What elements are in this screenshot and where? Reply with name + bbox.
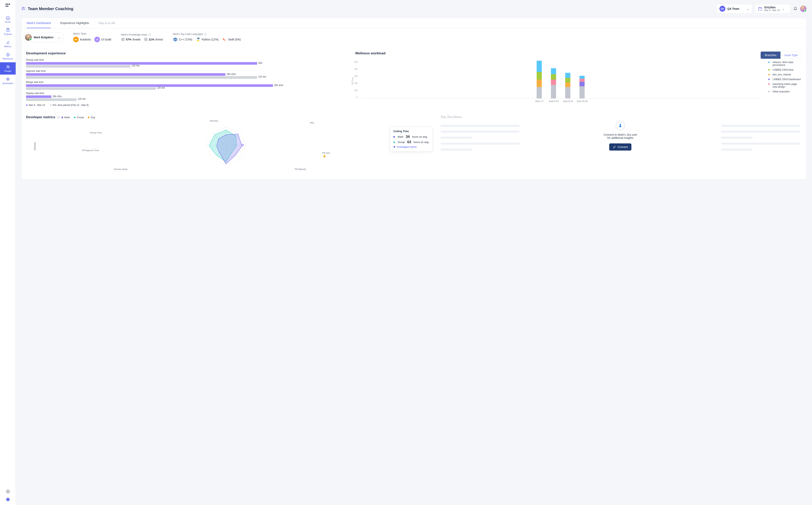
card-title: Top Jira Items xyxy=(441,115,462,119)
tab-dashboard[interactable]: Mark's Dashboard xyxy=(27,18,51,28)
developer-metrics-card: Developer metrics i MarkGroupOrg Reviewe… xyxy=(22,111,431,175)
view-toggle: Branches Issue Type xyxy=(761,51,802,59)
calendar-icon xyxy=(758,7,762,11)
radar-chart xyxy=(198,121,254,169)
stacked-bar: June 1-7 xyxy=(537,61,542,99)
svg-point-6 xyxy=(8,66,9,67)
python-icon xyxy=(196,37,201,42)
cursor-icon: ☝ xyxy=(323,154,326,158)
chevron-down-icon: ⌄ xyxy=(747,7,749,11)
team-badge-icon: UI xyxy=(94,37,100,42)
automation-icon xyxy=(6,77,10,81)
chart-legend: refactor: fetch data persistanceLINBEE-2… xyxy=(768,61,802,99)
coaching-icon xyxy=(21,7,26,11)
cpp-icon: C++ xyxy=(173,37,178,42)
nav-label: Automation xyxy=(2,82,13,85)
nav-label: Home xyxy=(5,21,11,23)
top-languages: Mark's Top Code Languagesi C++C++ (72%) … xyxy=(173,33,241,42)
metric-tooltip: Coding Time Mark34hours on avg. Group63h… xyxy=(390,127,433,151)
chevron-down-icon: ⌄ xyxy=(782,7,784,11)
nav-label: Projects xyxy=(4,33,12,35)
connect-button[interactable]: Connect xyxy=(609,143,631,151)
team-name: QA Team xyxy=(727,7,745,10)
card-title: Wellness workload xyxy=(355,51,385,55)
team-selector[interactable]: QA QA Team ⌄ xyxy=(717,4,752,13)
range-title: Grizzlies xyxy=(764,6,780,9)
placeholder-skeleton xyxy=(435,111,806,175)
nav-projects[interactable]: Projects xyxy=(0,25,16,38)
chevron-down-icon: ⌄ xyxy=(58,35,60,39)
bar-row: Approve wait time 26h 43m 12h 4m xyxy=(26,69,342,79)
date-range-selector[interactable]: Grizzlies Mar 9 - Mar 23 ⌄ xyxy=(755,4,791,13)
toggle-branches[interactable]: Branches xyxy=(761,51,780,59)
svg-point-7 xyxy=(7,78,9,80)
team-badge-icon: AU xyxy=(73,37,79,42)
stacked-bar: June 8-14 xyxy=(565,73,570,99)
toggle-issue-type[interactable]: Issue Type xyxy=(781,51,802,59)
svg-text:C++: C++ xyxy=(174,39,177,41)
page-header: Team Member Coaching QA QA Team ⌄ Grizzl… xyxy=(21,4,806,13)
member-teams: Mark's Team AUAutobots UIUI Guild xyxy=(73,32,111,42)
card-title: Developer metrics xyxy=(26,115,55,119)
user-avatar[interactable] xyxy=(800,6,806,12)
database-icon xyxy=(121,38,125,41)
chart-legend: Mar 9 - Mar 23 Pre. time period (Feb 22 … xyxy=(26,104,342,107)
lightbulb-icon: ✺ xyxy=(393,145,395,148)
people-icon xyxy=(6,65,10,69)
notifications-button[interactable] xyxy=(793,6,797,11)
svg-point-3 xyxy=(9,54,10,55)
investigate-link[interactable]: ✺Investigate metric xyxy=(393,145,429,148)
sidebar: Home Projects Metrics Resources People A… xyxy=(0,0,16,183)
jira-card: Top Jira Items Connect to Mark's Jira us… xyxy=(435,111,806,175)
swift-icon xyxy=(222,37,227,42)
app-logo xyxy=(6,4,10,7)
nav-automation[interactable]: Automation xyxy=(0,74,16,87)
tabs: Mark's Dashboard Experience Highlights D… xyxy=(22,18,806,28)
stacked-bar-chart: June 1-7June 8-14June 8-14June 15-22 xyxy=(361,61,760,99)
knowledge-areas: Mark's Knowledge Areasi 57%linweb 21%lin… xyxy=(121,33,163,41)
tab-day-in-life: Day in a Life xyxy=(98,18,115,28)
page-title: Team Member Coaching xyxy=(21,7,714,11)
wellness-card: Wellness workload Branches Issue Type PR… xyxy=(351,47,806,111)
svg-point-4 xyxy=(8,56,8,56)
database-icon xyxy=(144,38,148,41)
nav-label: Metrics xyxy=(4,45,11,48)
dev-experience-card: Development experience Pickup wait time … xyxy=(22,47,347,111)
bar-row: Merge wait time 26h 43m 12h 4m xyxy=(26,81,342,90)
resources-icon xyxy=(6,52,10,57)
plug-icon xyxy=(613,145,616,149)
chart-icon xyxy=(6,40,10,44)
svg-point-13 xyxy=(145,38,147,39)
member-name: Mark Bulgakov xyxy=(34,36,56,39)
nav-metrics[interactable]: Metrics xyxy=(0,38,16,50)
svg-rect-11 xyxy=(759,8,762,10)
jira-icon xyxy=(615,121,625,130)
axis-group-label: Reviewer xyxy=(34,142,36,150)
svg-point-12 xyxy=(122,38,124,39)
info-icon[interactable]: i xyxy=(204,33,207,35)
info-icon[interactable]: i xyxy=(57,116,59,119)
nav-resources[interactable]: Resources xyxy=(0,50,16,62)
range-dates: Mar 9 - Mar 23 xyxy=(764,9,780,12)
info-icon[interactable]: i xyxy=(149,33,151,36)
svg-point-5 xyxy=(7,66,8,67)
bar-row: Deploy wait time 26h 43m 12h 4m xyxy=(26,92,342,101)
member-avatar xyxy=(25,34,32,41)
nav-label: People xyxy=(4,70,11,72)
member-selector[interactable]: Mark Bulgakov ⌄ xyxy=(24,32,63,42)
tab-experience[interactable]: Experience Highlights xyxy=(60,18,89,28)
nav-people[interactable]: People xyxy=(0,62,16,74)
stacked-bar: June 8-14 xyxy=(551,68,556,99)
jira-message: Connect to Mark's Jira userfor additiona… xyxy=(441,133,800,139)
card-title: Development experience xyxy=(26,51,342,55)
bar-row: Pickup wait time 26h 12h 4m xyxy=(26,58,342,68)
svg-point-26 xyxy=(242,144,243,146)
nav-home[interactable]: Home xyxy=(0,13,16,25)
clipboard-icon xyxy=(6,28,10,32)
svg-point-2 xyxy=(6,54,7,55)
stacked-bar: June 15-22 xyxy=(579,76,585,99)
svg-point-1 xyxy=(8,53,8,54)
nav-label: Resources xyxy=(3,57,13,60)
bell-icon xyxy=(793,6,797,10)
team-avatar: QA xyxy=(720,6,725,12)
